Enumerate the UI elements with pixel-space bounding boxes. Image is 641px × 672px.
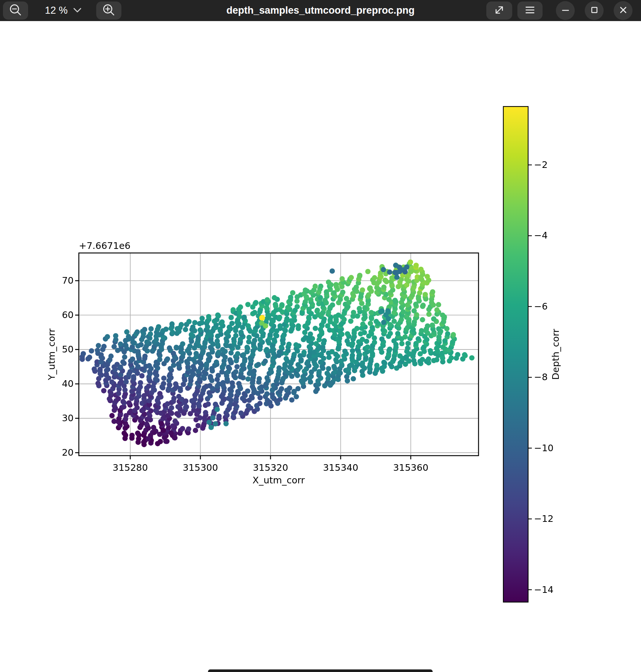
fullscreen-button[interactable] (486, 1, 512, 20)
minimize-button[interactable] (556, 1, 575, 20)
image-viewer-area: +7.6671e6 X_utm_corr Y_utm_corr Depth_co… (0, 21, 641, 672)
maximize-icon (587, 3, 602, 18)
zoom-level-value: 12 % (45, 5, 68, 16)
chevron-down-icon (72, 5, 83, 16)
zoom-in-button[interactable] (96, 1, 121, 20)
close-button[interactable] (614, 1, 632, 20)
hamburger-menu-icon (521, 1, 538, 20)
zoom-level-dropdown[interactable]: 12 % (34, 0, 93, 21)
close-icon (616, 3, 631, 18)
zoom-out-button[interactable] (3, 1, 28, 20)
menu-button[interactable] (517, 1, 543, 20)
scatter-plot-image[interactable] (0, 21, 641, 672)
minimize-icon (558, 3, 573, 18)
zoom-out-icon (7, 1, 24, 20)
dock-peek-strip (208, 669, 433, 672)
fullscreen-icon (491, 1, 508, 20)
zoom-in-icon (100, 1, 117, 20)
titlebar: 12 % depth_samples_utmcoord_preproc.png (0, 0, 641, 21)
maximize-button[interactable] (585, 1, 604, 20)
